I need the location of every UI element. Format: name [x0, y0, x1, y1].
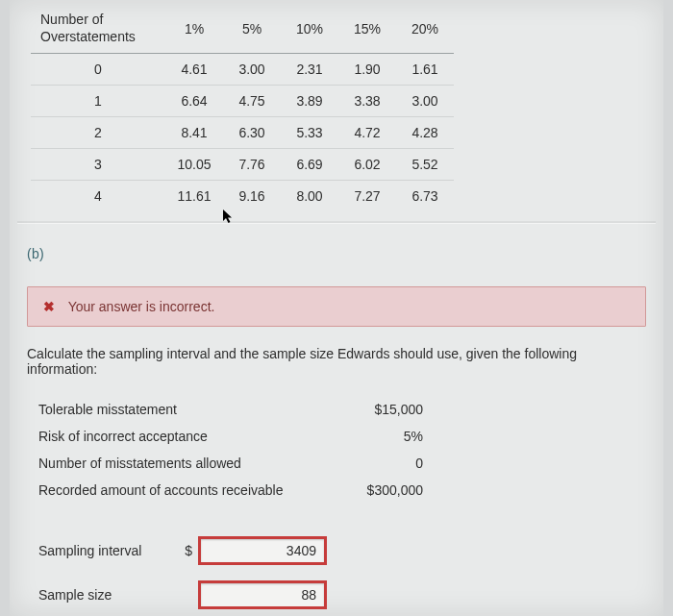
cell: 6.02 [338, 149, 396, 181]
incorrect-alert: ✖ Your answer is incorrect. [27, 286, 646, 327]
cell: 3.00 [223, 54, 281, 86]
question-prompt: Calculate the sampling interval and the … [17, 344, 656, 392]
cell: 7.27 [338, 181, 396, 212]
cell: 6.69 [281, 149, 338, 181]
cell: 1.61 [396, 54, 454, 86]
row-n: 2 [31, 117, 165, 149]
x-icon: ✖ [43, 299, 55, 314]
info-value: $300,000 [327, 482, 423, 498]
part-label: (b) [17, 223, 656, 271]
sample-size-label: Sample size [38, 587, 183, 603]
row-n: 0 [31, 54, 165, 86]
cell: 2.31 [281, 54, 338, 86]
col-header: 15% [338, 4, 396, 54]
table-row: 0 4.61 3.00 2.31 1.90 1.61 [31, 54, 454, 86]
info-label: Number of misstatements allowed [38, 456, 327, 471]
cell: 8.41 [165, 117, 223, 149]
row-n: 4 [31, 181, 165, 212]
cell: 4.75 [223, 86, 281, 117]
row-n: 1 [31, 86, 165, 117]
cell: 3.38 [338, 86, 396, 117]
table-row: 1 6.64 4.75 3.89 3.38 3.00 [31, 86, 454, 117]
cell: 3.00 [396, 86, 454, 117]
cell: 6.73 [396, 181, 454, 212]
table-row: 3 10.05 7.76 6.69 6.02 5.52 [31, 149, 454, 181]
cell: 11.61 [165, 181, 223, 212]
factor-table-section: Number of Overstatements 1% 5% 10% 15% 2… [17, 0, 656, 222]
info-label: Recorded amount of accounts receivable [38, 482, 327, 498]
cell: 5.33 [281, 117, 338, 149]
col-header: 20% [396, 4, 454, 54]
info-value: $15,000 [327, 402, 423, 417]
cell: 10.05 [165, 149, 223, 181]
alert-text: Your answer is incorrect. [68, 299, 215, 314]
cell: 5.52 [396, 149, 454, 181]
cell: 4.72 [338, 117, 396, 149]
cell: 1.90 [338, 54, 396, 86]
col-header: 1% [165, 4, 223, 54]
currency-symbol: $ [183, 543, 200, 558]
cell: 4.61 [165, 54, 223, 86]
answer-block: Sampling interval $ Sample size [17, 504, 656, 616]
sampling-interval-input[interactable] [200, 538, 325, 563]
info-label: Tolerable misstatement [38, 402, 327, 417]
cell: 7.76 [223, 149, 281, 181]
cell: 6.30 [223, 117, 281, 149]
row-n: 3 [31, 149, 165, 181]
info-row: Risk of incorrect acceptance 5% [38, 423, 646, 450]
info-row: Number of misstatements allowed 0 [38, 450, 646, 477]
given-info: Tolerable misstatement $15,000 Risk of i… [17, 392, 656, 504]
cell: 3.89 [281, 86, 338, 117]
info-row: Tolerable misstatement $15,000 [38, 396, 646, 423]
row-header-label: Number of Overstatements [31, 4, 165, 54]
sampling-interval-label: Sampling interval [38, 543, 183, 558]
table-row: 4 11.61 9.16 8.00 7.27 6.73 [31, 181, 454, 212]
sample-size-input[interactable] [200, 582, 325, 607]
cell: 8.00 [281, 181, 338, 212]
cell: 6.64 [165, 86, 223, 117]
table-row: 2 8.41 6.30 5.33 4.72 4.28 [31, 117, 454, 149]
info-label: Risk of incorrect acceptance [38, 429, 327, 444]
info-value: 0 [327, 456, 423, 471]
info-value: 5% [327, 429, 423, 444]
col-header: 5% [223, 4, 281, 54]
cell: 4.28 [396, 117, 454, 149]
col-header: 10% [281, 4, 338, 54]
cell: 9.16 [223, 181, 281, 212]
factor-table: Number of Overstatements 1% 5% 10% 15% 2… [31, 4, 454, 211]
info-row: Recorded amount of accounts receivable $… [38, 477, 646, 504]
